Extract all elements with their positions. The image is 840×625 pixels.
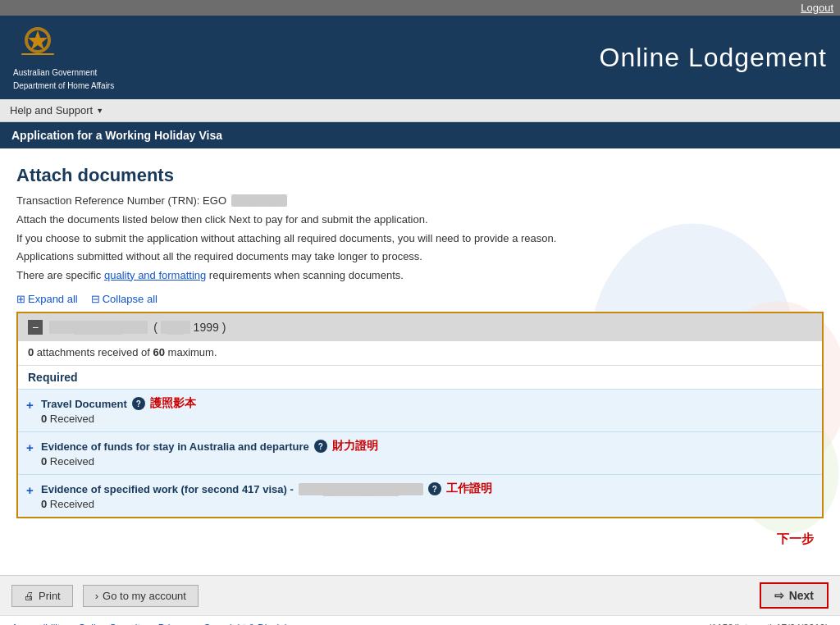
quality-formatting-link[interactable]: quality and formatting [104,269,206,281]
funds-doc-title: Evidence of funds for stay in Australia … [41,440,309,453]
expand-icon: ⊞ [16,293,25,305]
print-button[interactable]: 🖨 Print [11,585,73,607]
doc-title-line-funds: Evidence of funds for stay in Australia … [41,439,812,454]
info4-prefix: There are specific [16,269,104,281]
doc-row-travel: + Travel Document ? 護照影本 0 Received [18,389,822,431]
doc-add-funds-button[interactable]: + [26,440,34,454]
coat-of-arms-icon [13,24,62,65]
attachments-count: 0 [28,346,34,358]
travel-doc-received-label: Received [50,413,94,425]
info-text-4: There are specific quality and formattin… [16,267,824,284]
required-section-label: Required [18,365,822,389]
section-header: − ██████ ( ██ 1999 ) [18,313,822,341]
funds-doc-received-count: 0 [41,455,47,468]
info-text-1: Attach the documents listed below then c… [16,212,824,228]
work-doc-title: Evidence of specified work (for second 4… [41,483,294,495]
attachments-max: 60 [153,346,165,358]
nav-bar: Help and Support [0,99,840,122]
next-step-hint: 下一步 [16,527,824,550]
printer-icon: 🖨 [24,590,34,602]
section-box: − ██████ ( ██ 1999 ) 0 attachments recei… [16,312,824,518]
trn-label: Transaction Reference Number (TRN): [16,194,199,207]
collapse-icon: ⊟ [91,293,100,305]
logo-area: Australian Government Department of Home… [13,24,114,91]
info-text-2: If you choose to submit the application … [16,230,824,247]
main-content: Attach documents Transaction Reference N… [0,148,840,575]
work-doc-chinese-label: 工作證明 [446,481,492,496]
travel-doc-received: 0 Received [41,413,812,425]
logout-button[interactable]: Logout [801,2,833,14]
attachments-count-line: 0 attachments received of 60 maximum. [18,341,822,365]
go-to-account-label: Go to my account [103,590,186,602]
content-inner: Attach documents Transaction Reference N… [16,165,824,550]
funds-doc-received: 0 Received [41,455,812,468]
trn-value: EGO [203,194,226,207]
work-doc-help-icon[interactable]: ? [428,482,441,495]
doc-row-work: + Evidence of specified work (for second… [18,474,822,517]
next-arrow-icon: ⇨ [774,589,784,602]
travel-doc-chinese-label: 護照影本 [150,396,196,411]
info-text-3: Applications submitted without all the r… [16,249,824,265]
top-bar: Logout [0,0,840,16]
expand-collapse-bar: ⊞ Expand all ⊟ Collapse all [16,293,824,305]
travel-doc-received-count: 0 [41,413,47,425]
travel-doc-help-icon[interactable]: ? [132,397,145,410]
bottom-bar: Accessibility Online Security Privacy Co… [0,615,840,625]
section-bracket-close: ) [222,321,226,334]
doc-add-travel-button[interactable]: + [26,398,34,412]
doc-add-work-button[interactable]: + [26,483,34,497]
work-doc-received: 0 Received [41,498,812,510]
expand-all-button[interactable]: ⊞ Expand all [16,293,78,305]
next-button[interactable]: ⇨ Next [760,582,829,609]
doc-row-funds: + Evidence of funds for stay in Australi… [18,431,822,474]
gov-name-line1: Australian Government [13,67,97,78]
funds-doc-received-label: Received [50,455,94,468]
gov-name-line2: Department of Home Affairs [13,80,114,91]
header: Australian Government Department of Home… [0,16,840,99]
next-label: Next [789,589,814,602]
attachments-label: attachments received of [37,346,153,358]
section-bracket-open: ( [150,321,158,334]
attachments-max-label: maximum. [168,346,217,358]
attach-documents-heading: Attach documents [16,165,824,186]
print-label: Print [39,590,61,602]
app-title: Online Lodgement [599,43,827,73]
funds-doc-help-icon[interactable]: ? [314,440,327,453]
work-doc-received-label: Received [50,498,94,510]
expand-all-label: Expand all [28,293,78,305]
work-doc-received-count: 0 [41,498,47,510]
section-year: 1999 [194,321,219,334]
funds-doc-chinese-label: 財力證明 [332,439,378,454]
collapse-all-label: Collapse all [103,293,158,305]
section-name: ██████ ( ██ 1999 ) [49,321,226,334]
info4-suffix: requirements when scanning documents. [206,269,404,281]
trn-line: Transaction Reference Number (TRN): EGO … [16,194,824,207]
page-title-bar: Application for a Working Holiday Visa [0,122,840,148]
svg-rect-3 [21,53,54,55]
footer-left-actions: 🖨 Print › Go to my account [11,585,199,607]
section-collapse-button[interactable]: − [28,320,43,335]
doc-title-line-travel: Travel Document ? 護照影本 [41,396,812,411]
help-support-button[interactable]: Help and Support [10,104,103,116]
collapse-all-button[interactable]: ⊟ Collapse all [91,293,158,305]
trn-redacted: XXXXXXX [231,194,288,207]
chevron-right-icon: › [95,590,98,602]
go-to-account-button[interactable]: › Go to my account [83,585,199,607]
doc-title-line-work: Evidence of specified work (for second 4… [41,481,812,496]
footer-buttons: 🖨 Print › Go to my account ⇨ Next [0,575,840,615]
travel-doc-title: Travel Document [41,398,127,410]
